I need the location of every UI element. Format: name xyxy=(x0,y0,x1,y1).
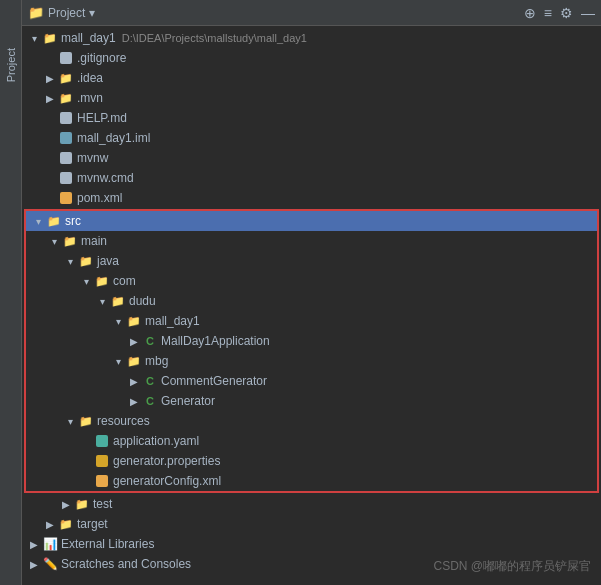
icon-target: 📁 xyxy=(58,516,74,532)
panel-folder-icon: 📁 xyxy=(28,5,44,20)
panel-header: 📁 Project ▾ ⊕ ≡ ⚙ — xyxy=(22,0,601,26)
label-main: main xyxy=(81,234,107,248)
tree-item-gen-props[interactable]: generator.properties xyxy=(26,451,597,471)
tree-item-gen-config[interactable]: generatorConfig.xml xyxy=(26,471,597,491)
toggle-ext-libs[interactable]: ▶ xyxy=(26,539,42,550)
label-pom: pom.xml xyxy=(77,191,122,205)
label-src: src xyxy=(65,214,81,228)
src-highlight-box: ▾ 📁 src ▾ 📁 main ▾ 📁 java ▾ 📁 com xyxy=(24,209,599,493)
tree-item-mall-day1[interactable]: ▾ 📁 mall_day1 D:\IDEA\Projects\mallstudy… xyxy=(22,28,601,48)
label-mvnw-cmd: mvnw.cmd xyxy=(77,171,134,185)
toggle-mall-app[interactable]: ▶ xyxy=(126,336,142,347)
tree-item-mvn[interactable]: ▶ 📁 .mvn xyxy=(22,88,601,108)
tree-item-gitignore[interactable]: .gitignore xyxy=(22,48,601,68)
list-icon[interactable]: ≡ xyxy=(544,6,552,20)
label-help: HELP.md xyxy=(77,111,127,125)
icon-pom xyxy=(58,190,74,206)
label-test: test xyxy=(93,497,112,511)
icon-resources: 📁 xyxy=(78,413,94,429)
tree-item-mvnw-cmd[interactable]: mvnw.cmd xyxy=(22,168,601,188)
icon-mbg: 📁 xyxy=(126,353,142,369)
tree-item-pom[interactable]: pom.xml xyxy=(22,188,601,208)
tree-item-comment-gen[interactable]: ▶ C CommentGenerator xyxy=(26,371,597,391)
icon-gitignore xyxy=(58,50,74,66)
tree-item-ext-libs[interactable]: ▶ 📊 External Libraries xyxy=(22,534,601,554)
toggle-java[interactable]: ▾ xyxy=(62,256,78,267)
project-tree: ▾ 📁 mall_day1 D:\IDEA\Projects\mallstudy… xyxy=(22,26,601,585)
icon-mall-app: C xyxy=(142,333,158,349)
label-mall-app: MallDay1Application xyxy=(161,334,270,348)
icon-generator: C xyxy=(142,393,158,409)
label-java: java xyxy=(97,254,119,268)
icon-com: 📁 xyxy=(94,273,110,289)
tree-item-idea[interactable]: ▶ 📁 .idea xyxy=(22,68,601,88)
tree-item-com[interactable]: ▾ 📁 com xyxy=(26,271,597,291)
toggle-target[interactable]: ▶ xyxy=(42,519,58,530)
icon-gen-config xyxy=(94,473,110,489)
minimize-icon[interactable]: — xyxy=(581,6,595,20)
icon-test: 📁 xyxy=(74,496,90,512)
panel-title-label: Project xyxy=(48,6,85,20)
tree-item-dudu[interactable]: ▾ 📁 dudu xyxy=(26,291,597,311)
label-mvnw: mvnw xyxy=(77,151,108,165)
panel-controls: ⊕ ≡ ⚙ — xyxy=(524,6,595,20)
tree-item-pkg-mall-day1[interactable]: ▾ 📁 mall_day1 xyxy=(26,311,597,331)
toggle-dudu[interactable]: ▾ xyxy=(94,296,110,307)
toggle-idea[interactable]: ▶ xyxy=(42,73,58,84)
icon-scratches: ✏️ xyxy=(42,556,58,572)
tree-item-test[interactable]: ▶ 📁 test xyxy=(22,494,601,514)
tree-item-generator[interactable]: ▶ C Generator xyxy=(26,391,597,411)
settings-icon[interactable]: ⚙ xyxy=(560,6,573,20)
side-panel-tab[interactable]: Project xyxy=(0,0,22,585)
toggle-mall-day1[interactable]: ▾ xyxy=(26,33,42,44)
toggle-scratches[interactable]: ▶ xyxy=(26,559,42,570)
tree-item-target[interactable]: ▶ 📁 target xyxy=(22,514,601,534)
icon-comment-gen: C xyxy=(142,373,158,389)
icon-dudu: 📁 xyxy=(110,293,126,309)
toggle-test[interactable]: ▶ xyxy=(58,499,74,510)
label-pkg-mall-day1: mall_day1 xyxy=(145,314,200,328)
panel-dropdown-icon[interactable]: ▾ xyxy=(89,6,95,20)
tree-item-main[interactable]: ▾ 📁 main xyxy=(26,231,597,251)
icon-help xyxy=(58,110,74,126)
label-mvn: .mvn xyxy=(77,91,103,105)
label-gen-props: generator.properties xyxy=(113,454,220,468)
icon-pkg-mall-day1: 📁 xyxy=(126,313,142,329)
label-dudu: dudu xyxy=(129,294,156,308)
icon-iml xyxy=(58,130,74,146)
toggle-pkg-mall-day1[interactable]: ▾ xyxy=(110,316,126,327)
tree-item-iml[interactable]: mall_day1.iml xyxy=(22,128,601,148)
icon-java: 📁 xyxy=(78,253,94,269)
toggle-comment-gen[interactable]: ▶ xyxy=(126,376,142,387)
icon-mvn: 📁 xyxy=(58,90,74,106)
toggle-mbg[interactable]: ▾ xyxy=(110,356,126,367)
label-gitignore: .gitignore xyxy=(77,51,126,65)
toggle-resources[interactable]: ▾ xyxy=(62,416,78,427)
icon-idea: 📁 xyxy=(58,70,74,86)
toggle-main[interactable]: ▾ xyxy=(46,236,62,247)
add-icon[interactable]: ⊕ xyxy=(524,6,536,20)
label-ext-libs: External Libraries xyxy=(61,537,154,551)
tree-item-mbg[interactable]: ▾ 📁 mbg xyxy=(26,351,597,371)
icon-src: 📁 xyxy=(46,213,62,229)
toggle-com[interactable]: ▾ xyxy=(78,276,94,287)
folder-icon-mall-day1: 📁 xyxy=(42,30,58,46)
label-gen-config: generatorConfig.xml xyxy=(113,474,221,488)
icon-gen-props xyxy=(94,453,110,469)
tree-item-mall-app[interactable]: ▶ C MallDay1Application xyxy=(26,331,597,351)
tree-item-help[interactable]: HELP.md xyxy=(22,108,601,128)
path-mall-day1: D:\IDEA\Projects\mallstudy\mall_day1 xyxy=(122,32,307,44)
icon-ext-libs: 📊 xyxy=(42,536,58,552)
tree-item-app-yaml[interactable]: application.yaml xyxy=(26,431,597,451)
tree-item-resources[interactable]: ▾ 📁 resources xyxy=(26,411,597,431)
tree-item-scratches[interactable]: ▶ ✏️ Scratches and Consoles xyxy=(22,554,601,574)
tree-item-mvnw[interactable]: mvnw xyxy=(22,148,601,168)
tree-item-java[interactable]: ▾ 📁 java xyxy=(26,251,597,271)
label-mall-day1: mall_day1 xyxy=(61,31,116,45)
label-comment-gen: CommentGenerator xyxy=(161,374,267,388)
toggle-mvn[interactable]: ▶ xyxy=(42,93,58,104)
tree-item-src[interactable]: ▾ 📁 src xyxy=(26,211,597,231)
toggle-src[interactable]: ▾ xyxy=(30,216,46,227)
toggle-generator[interactable]: ▶ xyxy=(126,396,142,407)
project-tab-label[interactable]: Project xyxy=(3,40,19,90)
